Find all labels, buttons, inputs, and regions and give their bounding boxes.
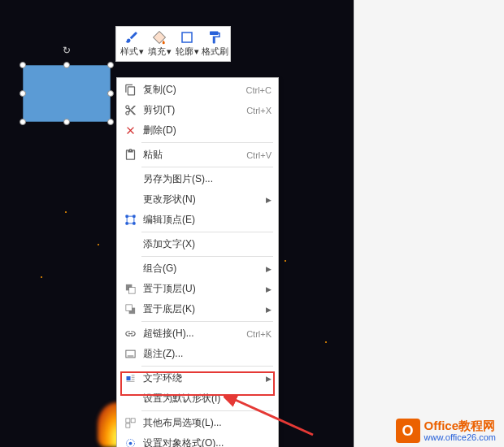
menu-set-default[interactable]: 设置为默认形状(I) bbox=[117, 388, 278, 409]
svg-rect-0 bbox=[182, 33, 192, 42]
send-back-icon bbox=[122, 302, 138, 317]
link-icon bbox=[122, 327, 138, 341]
watermark-logo: O bbox=[396, 419, 420, 443]
watermark-title: Office教程网 bbox=[424, 419, 496, 433]
format-painter-label: 格式刷 bbox=[202, 46, 228, 58]
menu-group-label: 组合(G) bbox=[138, 262, 263, 276]
menu-copy-shortcut: Ctrl+C bbox=[246, 85, 272, 95]
submenu-arrow-icon: ▶ bbox=[266, 285, 272, 293]
cut-icon bbox=[122, 103, 138, 118]
menu-copy[interactable]: 复制(C) Ctrl+C bbox=[117, 80, 278, 100]
rectangle-shape[interactable] bbox=[23, 65, 111, 122]
paste-icon bbox=[122, 148, 138, 163]
submenu-arrow-icon: ▶ bbox=[266, 265, 272, 273]
menu-separator bbox=[141, 410, 273, 411]
resize-handle-mr[interactable] bbox=[107, 90, 114, 97]
text-wrap-icon bbox=[122, 371, 138, 386]
menu-annotation-label: 题注(Z)... bbox=[138, 347, 272, 361]
menu-copy-label: 复制(C) bbox=[138, 83, 246, 97]
menu-add-text-label: 添加文字(X) bbox=[138, 237, 272, 251]
menu-send-back[interactable]: 置于底层(K) ▶ bbox=[117, 299, 278, 319]
menu-add-text[interactable]: 添加文字(X) bbox=[117, 234, 278, 254]
menu-edit-points[interactable]: 编辑顶点(E) bbox=[117, 210, 278, 230]
menu-delete-label: 删除(D) bbox=[138, 124, 272, 137]
submenu-arrow-icon: ▶ bbox=[266, 306, 272, 314]
menu-hyperlink-shortcut: Ctrl+K bbox=[246, 329, 272, 339]
resize-handle-bm[interactable] bbox=[63, 119, 70, 125]
menu-group[interactable]: 组合(G) ▶ bbox=[117, 258, 278, 279]
menu-save-as-pic[interactable]: 另存为图片(S)... bbox=[117, 169, 278, 189]
copy-icon bbox=[122, 83, 138, 98]
resize-handle-ml[interactable] bbox=[20, 90, 26, 97]
svg-rect-4 bbox=[125, 305, 132, 311]
menu-edit-points-label: 编辑顶点(E) bbox=[138, 213, 272, 227]
menu-separator bbox=[141, 167, 273, 167]
menu-save-as-pic-label: 另存为图片(S)... bbox=[138, 172, 272, 186]
menu-paste-shortcut: Ctrl+V bbox=[246, 150, 272, 160]
menu-hyperlink[interactable]: 超链接(H)... Ctrl+K bbox=[117, 323, 278, 344]
menu-paste[interactable]: 粘贴 Ctrl+V bbox=[117, 145, 278, 165]
svg-rect-13 bbox=[131, 419, 135, 423]
menu-hyperlink-label: 超链接(H)... bbox=[138, 327, 246, 341]
menu-cut[interactable]: 剪切(T) Ctrl+X bbox=[117, 100, 278, 120]
mini-toolbar: 样式▾ 填充▾ 轮廓▾ 格式刷 bbox=[115, 26, 231, 62]
resize-handle-tl[interactable] bbox=[20, 62, 26, 68]
menu-delete[interactable]: 删除(D) bbox=[117, 120, 278, 141]
resize-handle-tr[interactable] bbox=[107, 62, 114, 68]
menu-text-wrap-label: 文字环绕 bbox=[138, 371, 263, 385]
format-painter-icon bbox=[207, 30, 222, 45]
menu-format-object[interactable]: 设置对象格式(O)... bbox=[117, 433, 278, 447]
menu-set-default-label: 设置为默认形状(I) bbox=[138, 392, 272, 406]
bring-front-icon bbox=[122, 282, 138, 297]
svg-rect-2 bbox=[128, 288, 135, 294]
selected-shape[interactable]: ↻ bbox=[23, 65, 111, 122]
svg-rect-7 bbox=[126, 376, 130, 380]
rotate-handle[interactable]: ↻ bbox=[62, 46, 72, 55]
watermark-url: www.office26.com bbox=[424, 432, 496, 442]
menu-other-layout[interactable]: 其他布局选项(L)... bbox=[117, 413, 278, 433]
delete-icon bbox=[122, 124, 138, 138]
menu-change-shape-label: 更改形状(N) bbox=[138, 193, 263, 206]
menu-separator bbox=[141, 232, 273, 232]
watermark: O Office教程网 www.office26.com bbox=[396, 419, 496, 443]
menu-send-back-label: 置于底层(K) bbox=[138, 302, 263, 316]
menu-separator bbox=[141, 142, 273, 143]
menu-separator bbox=[141, 321, 273, 322]
fill-icon bbox=[152, 30, 167, 45]
menu-format-object-label: 设置对象格式(O)... bbox=[138, 436, 272, 447]
style-label: 样式 bbox=[120, 46, 138, 56]
menu-cut-label: 剪切(T) bbox=[138, 103, 246, 117]
menu-paste-label: 粘贴 bbox=[138, 148, 246, 162]
menu-separator bbox=[141, 256, 273, 257]
brush-icon bbox=[124, 30, 139, 45]
edit-points-icon bbox=[122, 213, 138, 228]
resize-handle-br[interactable] bbox=[107, 119, 114, 125]
svg-rect-5 bbox=[125, 350, 134, 358]
menu-change-shape[interactable]: 更改形状(N) ▶ bbox=[117, 189, 278, 210]
fill-label: 填充 bbox=[148, 46, 166, 56]
format-painter-button[interactable]: 格式刷 bbox=[201, 28, 228, 59]
context-menu: 复制(C) Ctrl+C 剪切(T) Ctrl+X 删除(D) 粘贴 Ctrl+… bbox=[116, 77, 279, 447]
menu-separator bbox=[141, 366, 273, 367]
submenu-arrow-icon: ▶ bbox=[266, 196, 272, 204]
resize-handle-tm[interactable] bbox=[63, 62, 70, 68]
fill-button[interactable]: 填充▾ bbox=[146, 28, 173, 59]
side-panel bbox=[354, 0, 504, 447]
menu-text-wrap[interactable]: 文字环绕 ▶ bbox=[117, 368, 278, 388]
menu-bring-front-label: 置于顶层(U) bbox=[138, 282, 263, 296]
svg-point-16 bbox=[128, 442, 132, 445]
annotation-icon bbox=[122, 347, 138, 362]
svg-rect-12 bbox=[125, 419, 129, 423]
menu-other-layout-label: 其他布局选项(L)... bbox=[138, 416, 272, 430]
outline-label: 轮廓 bbox=[176, 46, 193, 56]
format-object-icon bbox=[122, 436, 138, 448]
submenu-arrow-icon: ▶ bbox=[266, 375, 272, 383]
menu-annotation[interactable]: 题注(Z)... bbox=[117, 344, 278, 364]
style-button[interactable]: 样式▾ bbox=[118, 28, 146, 59]
layout-icon bbox=[122, 416, 138, 431]
outline-icon bbox=[180, 30, 194, 45]
outline-button[interactable]: 轮廓▾ bbox=[173, 28, 201, 59]
resize-handle-bl[interactable] bbox=[20, 119, 26, 125]
menu-cut-shortcut: Ctrl+X bbox=[246, 106, 272, 115]
menu-bring-front[interactable]: 置于顶层(U) ▶ bbox=[117, 279, 278, 299]
